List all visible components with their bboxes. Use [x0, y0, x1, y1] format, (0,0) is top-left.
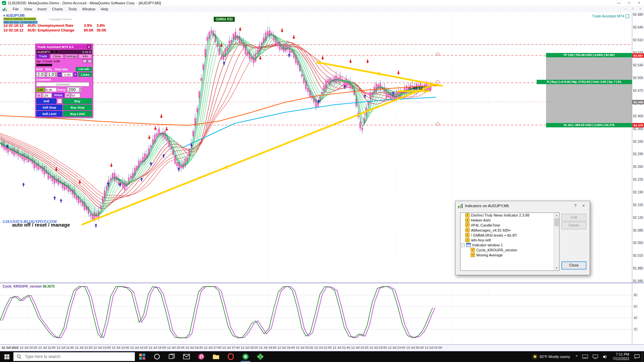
child-restore-button[interactable]: □ — [629, 6, 637, 12]
pin-icon[interactable] — [88, 59, 92, 63]
menu-item-insert[interactable]: Insert — [35, 7, 49, 11]
delete-button[interactable]: Delete — [561, 222, 586, 229]
risk-input[interactable] — [62, 72, 73, 77]
menu-item-help[interactable]: Help — [98, 7, 111, 11]
sl-line-handle[interactable] — [436, 122, 439, 126]
dialog-close-icon[interactable]: × — [580, 203, 587, 208]
spinner[interactable] — [55, 72, 57, 77]
rsl-input[interactable] — [47, 72, 55, 77]
menu-item-view[interactable]: View — [21, 7, 35, 11]
scrollbar[interactable]: ▲ ▼ — [554, 213, 559, 270]
indicator-list-item[interactable]: −Indicator window 1 — [461, 243, 559, 248]
auto-manage-text[interactable]: auto off / reset / manage — [12, 222, 70, 228]
file-explorer-icon[interactable] — [209, 351, 223, 362]
close-button[interactable]: × — [634, 0, 644, 6]
indicator-list-item[interactable]: ƒCycle_KROUFR_version — [461, 248, 559, 253]
indicator-list-item[interactable]: ƒ#P4L CandleTime — [461, 223, 559, 228]
indicator-list-item[interactable]: ƒDaVinci Truly News Indicator 2.3.98 — [461, 213, 559, 218]
tab-close[interactable]: Close — [50, 54, 64, 59]
close-button[interactable]: Close — [561, 261, 586, 269]
scroll-up-icon[interactable]: ▲ — [554, 213, 559, 218]
lot-input[interactable] — [45, 87, 57, 92]
weather-widget[interactable]: 82°F Mostly sunny — [529, 351, 574, 362]
indicator-list-item[interactable]: ƒAllAverages_v4.91 600+ — [461, 228, 559, 233]
show-desktop-button[interactable] — [642, 351, 644, 362]
task-view-icon[interactable] — [164, 351, 179, 362]
opera-icon[interactable] — [223, 351, 238, 362]
dropdown-arrow-icon[interactable]: ▾ — [3, 14, 5, 17]
tab-trade[interactable]: Trade — [36, 54, 50, 59]
menu-item-file[interactable]: File — [10, 7, 21, 11]
music-app-icon[interactable] — [194, 351, 209, 362]
tp-line-handle[interactable] — [436, 53, 439, 56]
scroll-thumb[interactable] — [554, 218, 559, 226]
confirm-checkbox[interactable] — [57, 99, 62, 104]
action-center-icon[interactable] — [632, 351, 642, 362]
sell-stop-button[interactable]: Sell Stop — [36, 105, 62, 110]
chrome-icon[interactable] — [238, 351, 253, 362]
risk-minus-button[interactable]: - — [58, 72, 61, 77]
sl-input[interactable] — [71, 93, 80, 98]
lines-button[interactable]: Lines — [78, 72, 92, 77]
sell-limit-button[interactable]: Sell Limit — [36, 111, 62, 117]
trade-assistant-titlebar[interactable]: Trade Assistant MT4 9.4 X — [36, 45, 92, 49]
time-scale[interactable]: 12 Jul 202212 Jul 10:2012 Jul 11:0012 Ju… — [0, 344, 644, 351]
child-minimize-button[interactable]: — — [622, 6, 629, 12]
scroll-down-icon[interactable]: ▼ — [554, 265, 559, 270]
indicators-dialog[interactable]: Indicators on AUDJPY,M5 ? × ƒDaVinci Tru… — [455, 201, 590, 275]
menu-item-charts[interactable]: Charts — [49, 7, 65, 11]
hidden-icons-chevron[interactable]: ^ — [573, 351, 580, 362]
mail-icon[interactable] — [179, 351, 194, 362]
entry-line-handle[interactable] — [436, 80, 439, 83]
buy-stop-button[interactable]: Buy Stop — [63, 105, 92, 110]
indicators-list[interactable]: ƒDaVinci Truly News Indicator 2.3.98ƒHei… — [460, 213, 559, 271]
price-button[interactable]: Price — [52, 93, 64, 98]
search-input[interactable] — [24, 354, 113, 359]
camera-icon[interactable] — [83, 59, 87, 63]
rtp-input[interactable] — [37, 72, 44, 77]
volume-icon[interactable] — [600, 351, 610, 362]
risk-plus-button[interactable]: + — [73, 72, 77, 77]
panel-close-button[interactable]: X — [87, 45, 91, 49]
menu-item-tools[interactable]: Tools — [65, 7, 79, 11]
title-bar[interactable]: 113528335: MetaQuotes-Demo - Demo Accoun… — [0, 0, 644, 6]
tp-input[interactable] — [42, 93, 52, 98]
tree-collapse-icon[interactable]: − — [461, 243, 465, 247]
indicator-list-item[interactable]: ƒMoving Average — [461, 252, 559, 257]
entry-input[interactable] — [67, 87, 79, 92]
price-scale[interactable]: 92.68092.64592.61092.57592.54092.50592.4… — [632, 12, 644, 283]
indicator-subwindow[interactable] — [0, 283, 632, 344]
sl-ribbon[interactable]: SL 64 | -395.53 USD | 2.00% | 92.375 — [546, 123, 632, 127]
tab-settings[interactable]: Settings — [64, 54, 78, 59]
taskbar-search[interactable] — [13, 352, 135, 361]
child-close-button[interactable]: × — [637, 6, 644, 12]
display-icon[interactable] — [590, 351, 600, 362]
minimize-button[interactable]: — — [614, 0, 624, 6]
indicator-scale[interactable]: 80604020 — [632, 283, 644, 344]
flower-app-icon[interactable] — [253, 351, 268, 362]
risk-slider[interactable] — [36, 64, 52, 66]
cortana-icon[interactable] — [150, 351, 164, 362]
buy-button[interactable]: Buy — [63, 98, 92, 104]
indicator-list-item[interactable]: ƒ! GMMA (RSI levels + lb) BT — [461, 233, 559, 238]
menu-item-window[interactable]: Window — [79, 7, 98, 11]
comment-input[interactable] — [36, 82, 89, 86]
sell-button[interactable]: Sell — [36, 98, 56, 104]
maximize-button[interactable]: □ — [624, 0, 634, 6]
edit-button[interactable]: Edit — [561, 214, 586, 221]
start-button[interactable] — [0, 351, 13, 362]
help-icon[interactable]: ? — [572, 203, 578, 208]
indicator-list-item[interactable]: ƒadx-buy-sell — [461, 238, 559, 243]
touch-keyboard-icon[interactable] — [580, 351, 590, 362]
tab-info[interactable]: Info — [78, 54, 92, 59]
tp-ribbon[interactable]: TP 128 | 791.06 USD | 4.00% | 92.567 — [546, 53, 632, 57]
trade-assistant-panel[interactable]: Trade Assistant MT4 9.4 X AUDJPY 1:11.5 … — [35, 44, 93, 118]
widgets-app-icon[interactable] — [135, 351, 150, 362]
taskbar-clock[interactable]: 7:11 PM 7/12/2022 — [610, 352, 632, 361]
indicator-list-item[interactable]: ƒHeiken Ashi — [461, 218, 559, 223]
spinner[interactable] — [44, 72, 46, 77]
spinner[interactable] — [79, 87, 81, 92]
buy-limit-button[interactable]: Buy Limit — [63, 111, 92, 117]
buy-position-ribbon[interactable]: R | Buy | Lot 8.46 | Mg: 17312.63 | Com:… — [537, 80, 632, 84]
lot-calc-button[interactable]: Lot calc — [76, 67, 92, 71]
